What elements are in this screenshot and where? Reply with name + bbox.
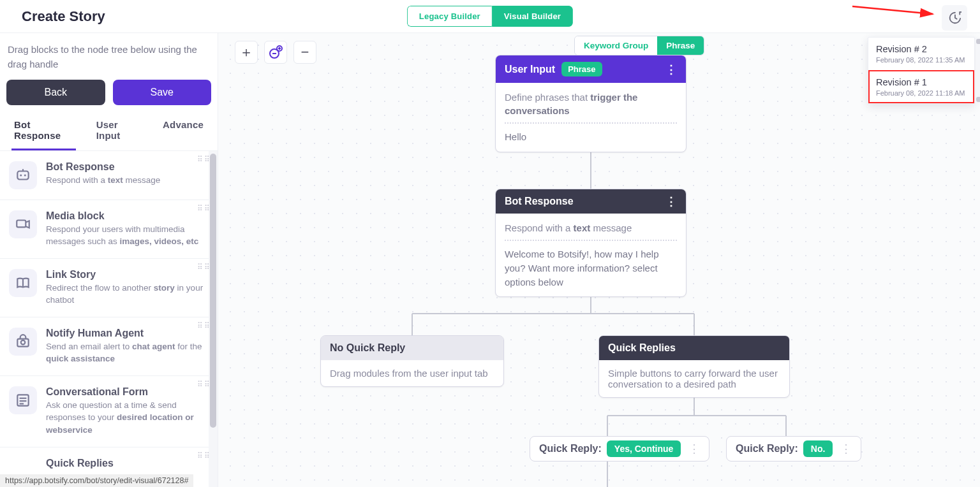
status-bar-url: https://app.botsify.com/bot/story/edit-v…	[0, 474, 193, 487]
sidebar-tabs: Bot Response User Input Advance	[0, 114, 218, 151]
block-title: Notify Human Agent	[46, 328, 206, 339]
sidebar-scrollbar[interactable]	[209, 151, 218, 488]
chip-label: Quick Reply:	[736, 443, 798, 454]
bot-icon	[9, 161, 37, 189]
tab-user-input[interactable]: User Input	[94, 114, 142, 150]
block-title: Link Story	[46, 269, 206, 280]
node-body: Drag modules from the user input tab	[321, 360, 503, 386]
sidebar: Drag blocks to the node tree below using…	[0, 33, 218, 487]
svg-point-2	[20, 174, 22, 176]
node-menu-button[interactable]: ⋮	[665, 200, 677, 203]
block-title: Conversational Form	[46, 386, 206, 398]
media-icon	[9, 210, 37, 238]
revision-item-1[interactable]: Revision # 1 February 08, 2022 11:18 AM	[868, 70, 974, 103]
block-title: Bot Response	[46, 161, 206, 173]
builder-toggle: Legacy Builder Visual Builder	[407, 6, 573, 27]
chip-value: Yes, Continue	[607, 440, 681, 457]
blocks-list: Bot Response Respond with a text message…	[0, 151, 218, 488]
visual-builder-button[interactable]: Visual Builder	[492, 6, 573, 27]
svg-point-3	[24, 174, 26, 176]
history-icon	[947, 11, 961, 25]
block-link-story[interactable]: Link Story Redirect the flow to another …	[0, 259, 218, 317]
node-no-quick-reply[interactable]: No Quick Reply Drag modules from the use…	[320, 335, 504, 387]
chip-menu-button[interactable]: ⋮	[686, 447, 702, 451]
block-desc: Respond with a text message	[46, 174, 206, 187]
tab-bot-response[interactable]: Bot Response	[11, 114, 76, 150]
revisions-popover: Revision # 2 February 08, 2022 11:35 AM …	[868, 37, 975, 104]
topbar: Create Story Legacy Builder Visual Build…	[0, 0, 980, 33]
zoom-controls: ＋ −	[235, 41, 316, 64]
main: Drag blocks to the node tree below using…	[0, 33, 980, 487]
block-media[interactable]: Media block Respond your users with mult…	[0, 200, 218, 259]
node-header: Quick Replies	[599, 336, 789, 360]
page-title: Create Story	[22, 8, 105, 25]
node-body: Respond with a text message Welcome to B…	[496, 214, 686, 296]
block-notify-agent[interactable]: Notify Human Agent Send an email alert t…	[0, 317, 218, 376]
block-desc: Respond your users with multimedia messa…	[46, 223, 206, 248]
phrase-tab[interactable]: Phrase	[657, 36, 704, 55]
node-body: Define phrases that trigger the conversa…	[496, 83, 686, 152]
canvas[interactable]: ＋ − Keyword Group Phrase	[218, 33, 980, 487]
svg-rect-5	[17, 220, 26, 227]
helper-text: Drag blocks to the node tree below using…	[0, 33, 218, 80]
agent-icon	[9, 328, 37, 356]
block-bot-response[interactable]: Bot Response Respond with a text message…	[0, 151, 218, 200]
book-icon	[9, 269, 37, 297]
button-row: Back Save	[0, 80, 218, 114]
node-header: No Quick Reply	[321, 336, 503, 360]
block-title: Quick Replies	[46, 458, 206, 469]
chip-menu-button[interactable]: ⋮	[838, 447, 854, 451]
revision-date: February 08, 2022 11:18 AM	[876, 89, 967, 97]
tab-advance[interactable]: Advance	[160, 114, 206, 150]
node-body: Simple buttons to carry forward the user…	[599, 360, 789, 397]
node-header: Bot Response ⋮	[496, 189, 686, 214]
chip-label: Quick Reply:	[539, 443, 602, 454]
chip-value: No.	[803, 440, 833, 457]
node-user-input[interactable]: User Input Phrase ⋮ Define phrases that …	[495, 55, 687, 152]
keyword-group-tab[interactable]: Keyword Group	[575, 36, 657, 55]
node-quick-replies[interactable]: Quick Replies Simple buttons to carry fo…	[598, 335, 790, 398]
chip-quick-reply-yes[interactable]: Quick Reply: Yes, Continue ⋮	[530, 436, 709, 462]
block-desc: Redirect the flow to another story in yo…	[46, 282, 206, 307]
svg-point-8	[21, 340, 26, 345]
block-desc: Send an email alert to chat agent for th…	[46, 340, 206, 365]
legacy-builder-button[interactable]: Legacy Builder	[407, 6, 492, 27]
node-content: Welcome to Botsify!, how may I help you?…	[505, 247, 677, 289]
node-header: User Input Phrase ⋮	[496, 55, 686, 83]
zoom-reset-icon	[268, 45, 283, 60]
revision-date: February 08, 2022 11:35 AM	[876, 56, 967, 64]
node-bot-response[interactable]: Bot Response ⋮ Respond with a text messa…	[495, 189, 687, 297]
revisions-scrollbar[interactable]	[976, 38, 980, 103]
chip-quick-reply-no[interactable]: Quick Reply: No. ⋮	[726, 436, 861, 462]
trigger-type-tabs: Keyword Group Phrase	[574, 36, 704, 55]
node-title: User Input	[505, 64, 555, 75]
block-desc: Ask one question at a time & send respon…	[46, 399, 206, 437]
phrase-badge: Phrase	[561, 62, 602, 76]
block-conversational-form[interactable]: Conversational Form Ask one question at …	[0, 376, 218, 447]
svg-rect-1	[17, 171, 28, 179]
zoom-reset-button[interactable]	[264, 41, 287, 64]
revision-title: Revision # 2	[876, 44, 967, 54]
history-button[interactable]	[942, 5, 967, 31]
revision-item-2[interactable]: Revision # 2 February 08, 2022 11:35 AM	[868, 38, 974, 70]
zoom-out-button[interactable]: −	[293, 41, 316, 64]
back-button[interactable]: Back	[6, 80, 105, 105]
revision-title: Revision # 1	[876, 77, 967, 87]
node-content: Hello	[505, 130, 677, 144]
block-title: Media block	[46, 210, 206, 222]
save-button[interactable]: Save	[113, 80, 212, 105]
form-icon	[9, 386, 37, 414]
node-menu-button[interactable]: ⋮	[665, 68, 677, 71]
zoom-in-button[interactable]: ＋	[235, 41, 258, 64]
node-title: Bot Response	[505, 196, 574, 207]
